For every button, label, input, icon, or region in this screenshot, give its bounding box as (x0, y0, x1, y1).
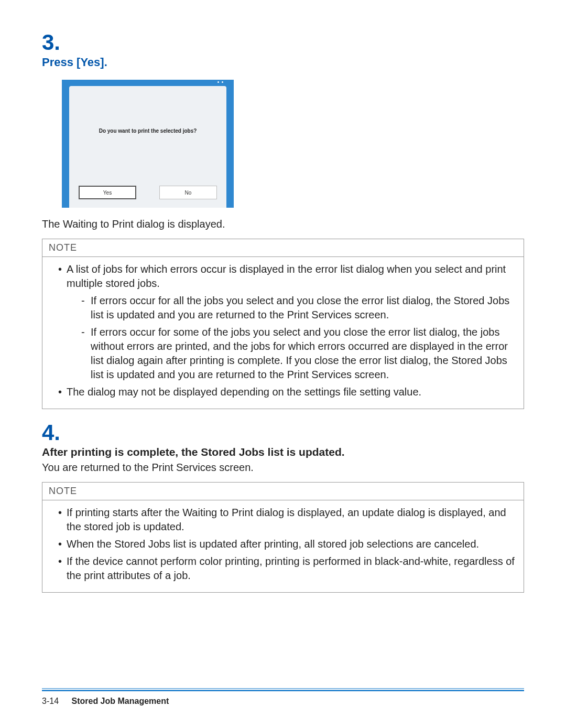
note-item: When the Stored Jobs list is updated aft… (50, 537, 516, 551)
note-item: If the device cannot perform color print… (50, 554, 516, 583)
dialog-header-bar (69, 80, 226, 85)
note-item: The dialog may not be displayed dependin… (50, 385, 516, 399)
note-box-1: NOTE A list of jobs for which errors occ… (42, 239, 524, 409)
note-body: If printing starts after the Waiting to … (42, 500, 524, 592)
yes-button[interactable]: Yes (79, 186, 136, 199)
step-4-title: After printing is complete, the Stored J… (42, 446, 524, 458)
note-body: A list of jobs for which errors occur is… (42, 257, 524, 409)
page-number: 3-14 (42, 697, 59, 705)
dialog-message: Do you want to print the selected jobs? (69, 128, 226, 134)
note-heading: NOTE (42, 483, 524, 500)
note-item: A list of jobs for which errors occur is… (50, 262, 516, 382)
note-subitem: If errors occur for some of the jobs you… (72, 325, 516, 382)
step-4: 4. After printing is complete, the Store… (42, 422, 524, 474)
note-subitem: If errors occur for all the jobs you sel… (72, 294, 516, 322)
step-3-title: Press [Yes]. (42, 56, 524, 69)
footer-rule (42, 690, 524, 691)
step-3-result-text: The Waiting to Print dialog is displayed… (42, 218, 524, 230)
dialog-screenshot: Do you want to print the selected jobs? … (62, 80, 234, 208)
note-heading: NOTE (42, 239, 524, 257)
note-item: If printing starts after the Waiting to … (50, 506, 516, 534)
section-title: Stored Job Management (71, 697, 169, 705)
note-item-text: A list of jobs for which errors occur is… (67, 263, 506, 289)
step-4-body: You are returned to the Print Services s… (42, 462, 524, 474)
page-footer: 3-14 Stored Job Management (42, 697, 169, 706)
screenshot-container: Do you want to print the selected jobs? … (62, 80, 524, 208)
note-box-2: NOTE If printing starts after the Waitin… (42, 482, 524, 593)
step-4-number: 4. (42, 422, 524, 444)
no-button[interactable]: No (159, 186, 217, 199)
dialog-body: Do you want to print the selected jobs? … (69, 86, 226, 208)
document-page: 3. Press [Yes]. Do you want to print the… (0, 0, 566, 728)
step-3-number: 3. (42, 31, 524, 53)
dialog-button-row: Yes No (79, 186, 217, 199)
